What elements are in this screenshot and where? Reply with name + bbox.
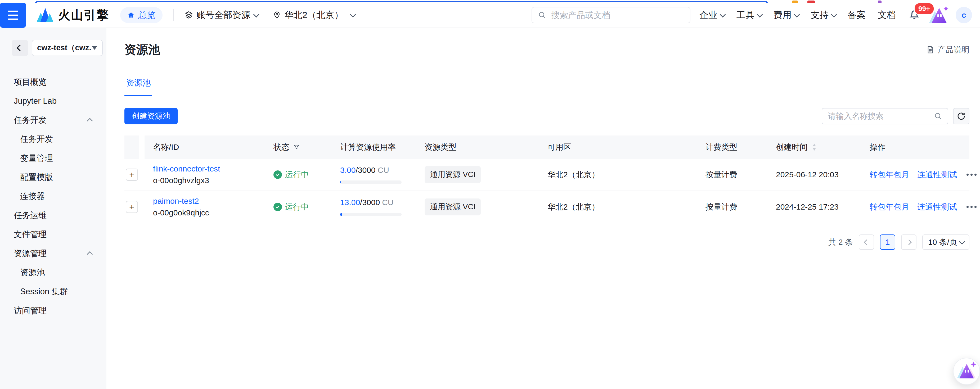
menu-tools[interactable]: 工具 <box>737 9 761 21</box>
chevron-down-icon <box>720 12 726 18</box>
more-actions-button[interactable] <box>965 204 978 210</box>
chevron-down-icon <box>831 12 837 18</box>
prev-page-button[interactable] <box>859 235 874 250</box>
status-text: 运行中 <box>285 169 309 180</box>
pagination: 共 2 条 1 10 条/页 <box>124 235 969 250</box>
user-avatar[interactable]: c <box>956 7 972 23</box>
sidebar-item-task-ops[interactable]: 任务运维 <box>0 206 107 225</box>
refresh-icon <box>956 111 966 121</box>
region-label: 华北2（北京） <box>284 9 344 21</box>
resource-pool-name-link[interactable]: paimon-test2 <box>153 197 265 206</box>
sidebar-item-access-management[interactable]: 访问管理 <box>0 301 107 320</box>
sidebar-item-task-dev[interactable]: 任务开发 <box>0 130 107 149</box>
hamburger-menu-button[interactable] <box>0 2 26 28</box>
region-selector[interactable]: 华北2（北京） <box>273 9 355 21</box>
convert-to-subscription-link[interactable]: 转包年包月 <box>870 202 909 213</box>
location-pin-icon <box>273 11 281 19</box>
chevron-down-icon <box>794 12 800 18</box>
resource-type-cell: 通用资源 VCI <box>416 166 539 183</box>
ai-assistant-button[interactable]: ✦ <box>953 358 980 385</box>
favicon-dot <box>878 0 881 3</box>
create-resource-pool-button[interactable]: 创建资源池 <box>124 108 178 124</box>
menu-docs[interactable]: 文档 <box>878 9 896 21</box>
chevron-down-icon <box>757 12 763 18</box>
sidebar-item-jupyter-lab[interactable]: Jupyter Lab <box>0 92 107 111</box>
sidebar-group-resource-management[interactable]: 资源管理 <box>0 244 107 263</box>
resource-pool-id: o-00g0ok9qhjcc <box>153 208 265 217</box>
table-row: + paimon-test2 o-00g0ok9qhjcc 运行中 13.00/… <box>124 191 969 223</box>
notifications-button[interactable]: 99+ <box>908 8 921 22</box>
project-selector-label: cwz-test（cwz... <box>37 43 92 53</box>
menu-billing[interactable]: 费用 <box>773 9 799 21</box>
sidebar-item-connector[interactable]: 连接器 <box>0 187 107 206</box>
menu-icp[interactable]: 备案 <box>848 9 865 21</box>
menu-support[interactable]: 支持 <box>811 9 835 21</box>
billing-cell: 按量计费 <box>697 202 767 213</box>
sidebar-item-variable-management[interactable]: 变量管理 <box>0 149 107 168</box>
sort-icon[interactable] <box>811 143 817 151</box>
sidebar-item-project-overview[interactable]: 项目概览 <box>0 73 107 92</box>
status-running-icon <box>274 203 282 211</box>
tab-resource-pool[interactable]: 资源池 <box>124 77 152 96</box>
next-page-button[interactable] <box>901 235 916 250</box>
status-text: 运行中 <box>285 202 309 213</box>
tabs: 资源池 <box>124 77 969 96</box>
overview-button[interactable]: 总览 <box>120 7 162 23</box>
ai-assistant-nav-button[interactable]: ✦ <box>929 6 949 24</box>
col-resource-type: 资源类型 <box>416 142 539 153</box>
active-tab-outline <box>34 1 769 3</box>
table-header: 名称/ID 状态 计算资源使用率 资源类型 可用区 计费类型 创建时间 <box>124 135 969 159</box>
status-cell: 运行中 <box>265 202 332 213</box>
chevron-up-icon <box>87 118 93 124</box>
name-search-input[interactable] <box>827 111 934 121</box>
table-row: + flink-connector-test o-00o0ghvzlgx3 运行… <box>124 159 969 191</box>
sidebar-group-task-dev[interactable]: 任务开发 <box>0 111 107 130</box>
divider <box>173 9 173 21</box>
sidebar-item-config-template[interactable]: 配置模版 <box>0 168 107 187</box>
convert-to-subscription-link[interactable]: 转包年包月 <box>870 169 909 180</box>
layers-icon <box>184 11 193 19</box>
refresh-button[interactable] <box>953 108 969 124</box>
top-navbar: 火山引擎 总览 账号全部资源 华北2（北京） 企业 工具 费用 支持 备案 文档 <box>0 3 980 28</box>
resource-pool-table: 名称/ID 状态 计算资源使用率 资源类型 可用区 计费类型 创建时间 <box>124 135 969 223</box>
home-icon <box>127 11 135 19</box>
resource-pool-name-link[interactable]: flink-connector-test <box>153 164 265 173</box>
sidebar-back-button[interactable] <box>12 40 28 56</box>
billing-cell: 按量计费 <box>697 169 767 180</box>
sidebar-item-file-management[interactable]: 文件管理 <box>0 225 107 244</box>
brand-name: 火山引擎 <box>58 7 109 23</box>
connectivity-test-link[interactable]: 连通性测试 <box>917 169 957 180</box>
current-page[interactable]: 1 <box>880 235 895 250</box>
global-search-input[interactable] <box>550 10 684 21</box>
usage-progress-bar <box>340 181 402 184</box>
project-selector[interactable]: cwz-test（cwz... <box>32 40 103 56</box>
col-actions: 操作 <box>861 142 969 153</box>
status-cell: 运行中 <box>265 169 332 180</box>
page-size-select[interactable]: 10 条/页 <box>922 235 969 250</box>
account-resources-dropdown[interactable]: 账号全部资源 <box>184 9 258 21</box>
sidebar: cwz-test（cwz... 项目概览 Jupyter Lab 任务开发 任务… <box>0 28 107 389</box>
favicon-dot <box>792 0 798 3</box>
usage-progress-bar <box>340 213 402 216</box>
product-doc-link[interactable]: 产品说明 <box>926 44 969 55</box>
sidebar-item-session-cluster[interactable]: Session 集群 <box>0 282 107 301</box>
col-created: 创建时间 <box>767 142 861 153</box>
col-status: 状态 <box>265 142 332 153</box>
created-cell: 2024-12-25 17:23 <box>767 202 861 211</box>
main-content: 资源池 产品说明 资源池 创建资源池 <box>107 28 980 389</box>
menu-enterprise[interactable]: 企业 <box>699 9 724 21</box>
brand-logo[interactable]: 火山引擎 <box>37 7 109 23</box>
more-actions-button[interactable] <box>965 172 978 177</box>
sparkle-icon: ✦ <box>943 4 949 13</box>
chevron-up-icon <box>87 251 93 257</box>
sidebar-item-resource-pool[interactable]: 资源池 <box>0 263 107 282</box>
expand-row-button[interactable]: + <box>126 168 138 181</box>
project-row: cwz-test（cwz... <box>12 40 107 56</box>
page-title: 资源池 <box>124 42 160 58</box>
connectivity-test-link[interactable]: 连通性测试 <box>917 202 957 213</box>
created-cell: 2025-06-12 20:03 <box>767 170 861 179</box>
chevron-left-icon <box>864 239 869 245</box>
chevron-right-icon <box>906 239 912 245</box>
filter-funnel-icon[interactable] <box>293 144 300 151</box>
expand-row-button[interactable]: + <box>126 201 138 213</box>
